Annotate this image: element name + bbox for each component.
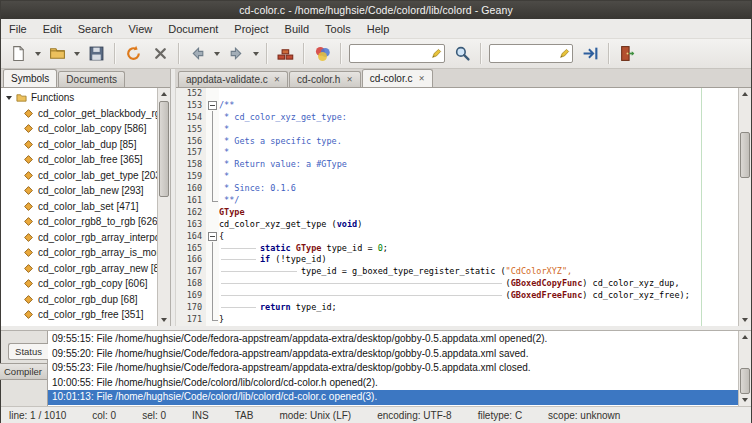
scrollbar-thumb[interactable] <box>740 368 750 394</box>
fold-toggle-icon[interactable] <box>208 101 217 110</box>
new-dropdown-arrow[interactable] <box>32 42 43 66</box>
symbol-item[interactable]: cd_color_lab_new [293] <box>1 183 170 199</box>
code-text[interactable]: * <box>219 124 751 136</box>
menu-file[interactable]: File <box>1 19 35 38</box>
back-dropdown-arrow[interactable] <box>211 42 222 66</box>
statusbar-field: col: 0 <box>92 410 116 421</box>
symbol-item[interactable]: cd_color_rgb_array_interpolate [9 <box>1 230 170 246</box>
close-tab-icon[interactable]: ✕ <box>418 75 424 83</box>
code-text[interactable]: * <box>219 171 751 183</box>
code-editor[interactable]: 152153/**154 * cd_color_xyz_get_type:155… <box>176 88 751 326</box>
new-button[interactable] <box>5 42 31 66</box>
code-text[interactable]: static GType type_id = 0; <box>219 243 751 255</box>
scroll-up-icon[interactable] <box>739 88 751 100</box>
symbol-item[interactable]: cd_color_lab_get_type [203] <box>1 168 170 184</box>
scroll-down-icon[interactable] <box>739 314 751 326</box>
code-text[interactable]: * <box>219 147 751 159</box>
menu-document[interactable]: Document <box>160 19 226 38</box>
back-button[interactable] <box>184 42 210 66</box>
code-text[interactable]: return type_id; <box>219 302 751 314</box>
code-text[interactable]: (GBoxedCopyFunc) cd_color_xyz_dup, <box>219 278 751 290</box>
menu-edit[interactable]: Edit <box>35 19 70 38</box>
code-text[interactable]: { <box>219 231 751 243</box>
code-text[interactable]: cd_color_xyz_get_type (void) <box>219 219 751 231</box>
message-row[interactable]: 09:55:20: File /home/hughsie/Code/fedora… <box>48 347 751 362</box>
code-text[interactable]: * Gets a specific type. <box>219 136 751 148</box>
color-chooser-button[interactable] <box>309 42 335 66</box>
symbol-item[interactable]: cd_color_lab_free [365] <box>1 152 170 168</box>
code-text[interactable]: * cd_color_xyz_get_type: <box>219 112 751 124</box>
code-text[interactable]: /** <box>219 100 751 112</box>
symbol-item[interactable]: cd_color_lab_copy [586] <box>1 121 170 137</box>
close-button[interactable] <box>147 42 173 66</box>
code-text[interactable]: } <box>219 314 751 326</box>
scrollbar-thumb[interactable] <box>159 101 169 197</box>
search-button[interactable] <box>449 42 475 66</box>
code-text[interactable]: if (!type_id) <box>219 254 751 266</box>
menu-build[interactable]: Build <box>277 19 317 38</box>
status-message-list[interactable]: 09:55:15: File /home/hughsie/Code/fedora… <box>48 331 751 406</box>
search-input[interactable] <box>352 48 431 59</box>
close-tab-icon[interactable]: ✕ <box>346 76 352 84</box>
expander-icon[interactable] <box>4 93 14 103</box>
close-tab-icon[interactable]: ✕ <box>274 76 280 84</box>
symbol-item[interactable]: cd_color_rgb_copy [606] <box>1 276 170 292</box>
menu-project[interactable]: Project <box>226 19 276 38</box>
symbol-item[interactable]: cd_color_rgb_free [351] <box>1 307 170 323</box>
forward-arrow-icon <box>228 45 245 62</box>
scroll-up-icon[interactable] <box>739 331 751 343</box>
goto-line-button[interactable] <box>577 42 603 66</box>
forward-button[interactable] <box>223 42 249 66</box>
open-dropdown-arrow[interactable] <box>71 42 82 66</box>
editor-tab-cd-color-h[interactable]: cd-color.h✕ <box>289 71 361 87</box>
sidebar-tab-documents[interactable]: Documents <box>58 71 125 87</box>
compile-button[interactable] <box>272 42 298 66</box>
code-text[interactable]: type_id = g_boxed_type_register_static (… <box>219 266 751 278</box>
editor-tab-cd-color-c[interactable]: cd-color.c✕ <box>362 69 433 88</box>
symbol-item[interactable]: cd_color_lab_set [471] <box>1 199 170 215</box>
code-text[interactable] <box>219 88 751 100</box>
code-text[interactable]: (GBoxedFreeFunc) cd_color_xyz_free); <box>219 290 751 302</box>
scrollbar-thumb[interactable] <box>740 132 750 178</box>
forward-dropdown-arrow[interactable] <box>250 42 261 66</box>
message-scrollbar[interactable] <box>738 331 751 406</box>
symbol-item[interactable]: cd_color_lab_dup [85] <box>1 137 170 153</box>
code-text[interactable]: GType <box>219 207 751 219</box>
code-text[interactable]: * Since: 0.1.6 <box>219 183 751 195</box>
message-row[interactable]: 09:55:15: File /home/hughsie/Code/fedora… <box>48 332 751 347</box>
quit-button[interactable] <box>614 42 640 66</box>
titlebar[interactable]: cd-color.c - /home/hughsie/Code/colord/l… <box>1 1 751 19</box>
code-text[interactable]: * Return value: a #GType <box>219 159 751 171</box>
goto-line-input[interactable] <box>492 48 559 59</box>
message-row[interactable]: 09:55:23: File /home/hughsie/Code/fedora… <box>48 361 751 376</box>
sidebar-tab-symbols[interactable]: Symbols <box>3 69 57 88</box>
msgwin-tab-compiler[interactable]: Compiler <box>0 363 47 380</box>
save-button[interactable] <box>83 42 109 66</box>
toolbar-separator <box>608 43 609 64</box>
symbol-item[interactable]: cd_color_get_blackbody_rgb [97 <box>1 106 170 122</box>
sidebar-scrollbar[interactable] <box>157 88 170 326</box>
msgwin-tab-status[interactable]: Status <box>8 343 48 360</box>
symbol-tree[interactable]: Functionscd_color_get_blackbody_rgb [97c… <box>1 88 170 326</box>
menu-tools[interactable]: Tools <box>317 19 359 38</box>
editor-tab-appdata-validate-c[interactable]: appdata-validate.c✕ <box>178 71 288 87</box>
scroll-up-icon[interactable] <box>158 88 170 100</box>
symbol-item[interactable]: cd_color_rgb8_to_rgb [626] <box>1 214 170 230</box>
scroll-down-icon[interactable] <box>739 394 751 406</box>
menu-search[interactable]: Search <box>70 19 121 38</box>
code-text[interactable]: **/ <box>219 195 751 207</box>
revert-button[interactable] <box>120 42 146 66</box>
symbol-root-row[interactable]: Functions <box>1 90 170 106</box>
fold-toggle-icon[interactable] <box>208 232 217 241</box>
symbol-item[interactable]: cd_color_rgb_array_new [896] <box>1 261 170 277</box>
menu-help[interactable]: Help <box>359 19 398 38</box>
scroll-down-icon[interactable] <box>158 314 170 326</box>
message-row[interactable]: 10:00:55: File /home/hughsie/Code/colord… <box>48 376 751 391</box>
menu-view[interactable]: View <box>121 19 161 38</box>
open-button[interactable] <box>44 42 70 66</box>
editor-scrollbar[interactable] <box>738 88 751 326</box>
line-number: 157 <box>176 147 206 159</box>
symbol-item[interactable]: cd_color_rgb_array_is_monotonic <box>1 245 170 261</box>
symbol-item[interactable]: cd_color_rgb_dup [68] <box>1 292 170 308</box>
message-row[interactable]: 10:01:13: File /home/hughsie/Code/colord… <box>48 390 751 405</box>
